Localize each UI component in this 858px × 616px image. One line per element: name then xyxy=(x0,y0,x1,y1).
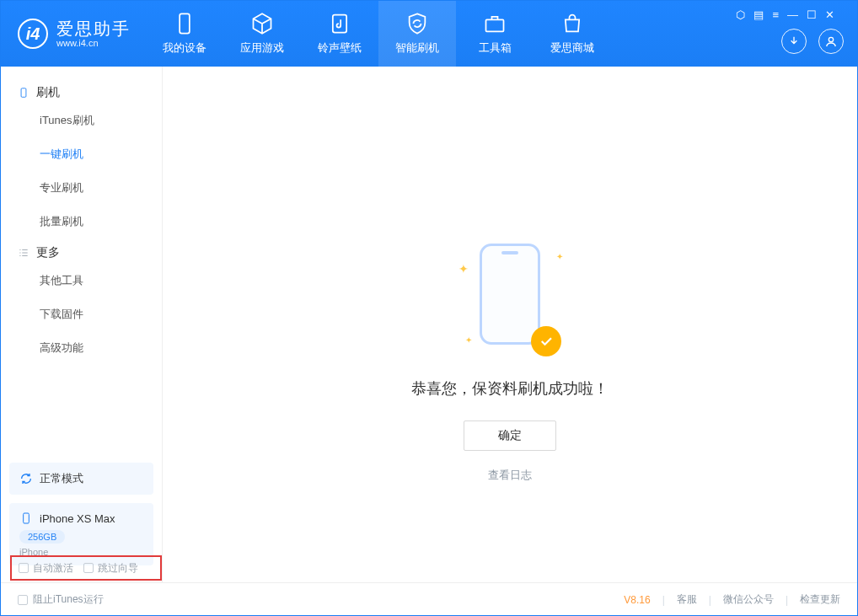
refresh-icon xyxy=(19,472,33,485)
close-icon[interactable]: ✕ xyxy=(825,8,834,21)
statusbar-right: V8.16 | 客服 | 微信公众号 | 检查更新 xyxy=(624,592,840,607)
view-log-link[interactable]: 查看日志 xyxy=(308,468,712,483)
main-nav: 我的设备 应用游戏 铃声壁纸 智能刷机 工具箱 爱思商城 xyxy=(146,1,611,67)
ok-button[interactable]: 确定 xyxy=(464,420,556,451)
skip-guide-checkbox[interactable]: 跳过向导 xyxy=(83,561,138,576)
shield-refresh-icon xyxy=(405,12,429,35)
sidebar-item-itunes[interactable]: iTunes刷机 xyxy=(1,104,162,137)
logo-badge-icon: i4 xyxy=(18,19,48,49)
maximize-icon[interactable]: ☐ xyxy=(807,8,817,21)
note-icon xyxy=(328,12,351,35)
sparkle-icon: ✦ xyxy=(458,262,469,276)
svg-rect-2 xyxy=(486,19,504,31)
svg-rect-0 xyxy=(180,13,190,33)
group-label: 刷机 xyxy=(36,85,60,100)
body: 刷机 iTunes刷机 一键刷机 专业刷机 批量刷机 更多 其他工具 下载固件 … xyxy=(1,67,857,582)
sidebar-group-more: 更多 xyxy=(1,238,162,264)
svg-point-3 xyxy=(829,37,833,41)
briefcase-icon xyxy=(483,12,507,35)
nav-apps[interactable]: 应用游戏 xyxy=(223,1,301,67)
checkbox-icon xyxy=(18,595,28,605)
device-icon xyxy=(18,87,29,99)
account-button[interactable] xyxy=(818,29,844,54)
menu-icon[interactable]: ≡ xyxy=(772,8,779,21)
highlighted-options: 自动激活 跳过向导 xyxy=(10,555,162,581)
sidebar-item-pro[interactable]: 专业刷机 xyxy=(1,171,162,205)
checkbox-icon xyxy=(83,563,94,573)
phone-icon xyxy=(173,12,196,35)
app-logo[interactable]: i4 爱思助手 www.i4.cn xyxy=(1,1,146,67)
sidebar-item-firmware[interactable]: 下载固件 xyxy=(1,297,162,331)
sidebar-item-other[interactable]: 其他工具 xyxy=(1,264,162,297)
download-icon xyxy=(787,35,801,48)
success-illustration: ✦ ✦ ✦ xyxy=(464,244,556,353)
check-update-link[interactable]: 检查更新 xyxy=(800,592,840,607)
minimize-icon[interactable]: — xyxy=(787,8,798,21)
check-badge-icon xyxy=(531,326,561,356)
svg-rect-1 xyxy=(333,15,346,33)
nav-mall[interactable]: 爱思商城 xyxy=(534,1,611,67)
bag-icon xyxy=(560,12,584,35)
mode-card[interactable]: 正常模式 xyxy=(9,463,153,495)
window-controls: ⬡ ▤ ≡ — ☐ ✕ xyxy=(736,8,834,21)
user-icon xyxy=(824,35,838,48)
sidebar-item-oneclick[interactable]: 一键刷机 xyxy=(1,137,162,171)
checkbox-label: 跳过向导 xyxy=(98,561,138,576)
nav-label: 应用游戏 xyxy=(240,40,284,56)
svg-rect-5 xyxy=(24,513,29,523)
nav-ringtone[interactable]: 铃声壁纸 xyxy=(301,1,378,67)
app-site: www.i4.cn xyxy=(56,38,131,48)
group-label: 更多 xyxy=(36,245,60,260)
nav-label: 我的设备 xyxy=(163,40,206,56)
auto-activate-checkbox[interactable]: 自动激活 xyxy=(19,561,73,576)
svg-rect-4 xyxy=(21,88,26,98)
nav-toolbox[interactable]: 工具箱 xyxy=(456,1,534,67)
app-name: 爱思助手 xyxy=(56,19,131,38)
sidebar-item-advanced[interactable]: 高级功能 xyxy=(1,331,162,365)
download-button[interactable] xyxy=(781,29,807,54)
note-icon[interactable]: ▤ xyxy=(753,8,764,21)
sidebar-group-flash: 刷机 xyxy=(1,78,162,104)
nav-label: 爱思商城 xyxy=(550,40,594,56)
nav-my-device[interactable]: 我的设备 xyxy=(146,1,223,67)
cube-icon xyxy=(250,12,274,35)
checkbox-icon xyxy=(19,563,29,573)
topbar: i4 爱思助手 www.i4.cn 我的设备 应用游戏 铃声壁纸 智能刷机 工具… xyxy=(1,1,857,67)
sidebar: 刷机 iTunes刷机 一键刷机 专业刷机 批量刷机 更多 其他工具 下载固件 … xyxy=(1,67,163,582)
success-message: 恭喜您，保资料刷机成功啦！ xyxy=(308,378,712,399)
main-panel: ✦ ✦ ✦ 恭喜您，保资料刷机成功啦！ 确定 查看日志 xyxy=(163,67,857,582)
nav-flash[interactable]: 智能刷机 xyxy=(378,1,456,67)
phone-outline-icon xyxy=(480,244,540,345)
sparkle-icon: ✦ xyxy=(556,252,563,261)
version-label: V8.16 xyxy=(624,594,650,606)
checkbox-label: 阻止iTunes运行 xyxy=(33,592,104,607)
block-itunes-checkbox[interactable]: 阻止iTunes运行 xyxy=(18,592,104,607)
checkbox-label: 自动激活 xyxy=(33,561,73,576)
nav-label: 智能刷机 xyxy=(395,40,439,56)
wechat-link[interactable]: 微信公众号 xyxy=(723,592,774,607)
success-panel: ✦ ✦ ✦ 恭喜您，保资料刷机成功啦！ 确定 查看日志 xyxy=(308,244,712,483)
nav-label: 铃声壁纸 xyxy=(318,40,362,56)
device-model: iPhone XS Max xyxy=(40,512,115,525)
feedback-icon[interactable]: ⬡ xyxy=(736,8,745,21)
sparkle-icon: ✦ xyxy=(465,335,472,345)
nav-label: 工具箱 xyxy=(479,40,512,56)
mode-label: 正常模式 xyxy=(40,471,83,486)
statusbar: 阻止iTunes运行 V8.16 | 客服 | 微信公众号 | 检查更新 xyxy=(1,582,857,616)
support-link[interactable]: 客服 xyxy=(677,592,697,607)
device-capacity: 256GB xyxy=(19,530,65,544)
phone-small-icon xyxy=(19,512,33,525)
sidebar-item-batch[interactable]: 批量刷机 xyxy=(1,205,162,238)
logo-text: 爱思助手 www.i4.cn xyxy=(56,19,131,48)
list-icon xyxy=(18,247,29,259)
